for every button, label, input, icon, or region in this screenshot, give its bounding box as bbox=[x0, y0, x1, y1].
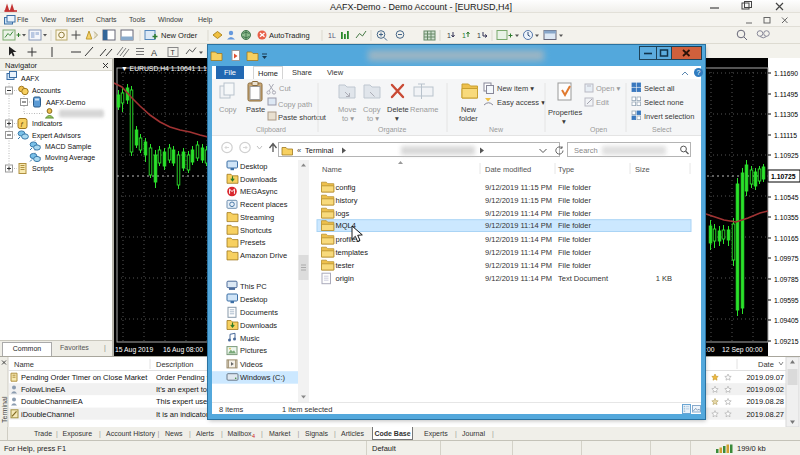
svg-text:2019.09.02: 2019.09.02 bbox=[746, 385, 784, 394]
svg-text:9/12/2019 11:15 PM: 9/12/2019 11:15 PM bbox=[485, 183, 552, 192]
svg-text:Delete: Delete bbox=[387, 105, 409, 114]
svg-text:9/12/2019 11:14 PM: 9/12/2019 11:14 PM bbox=[485, 261, 552, 270]
svg-text:Description: Description bbox=[156, 360, 194, 369]
svg-text:1.10355: 1.10355 bbox=[774, 214, 799, 221]
svg-text:to ▾: to ▾ bbox=[342, 114, 354, 123]
svg-text:Select none: Select none bbox=[644, 98, 684, 107]
svg-text:Clipboard: Clipboard bbox=[256, 126, 286, 134]
svg-text:Downloads: Downloads bbox=[240, 321, 277, 330]
svg-text:File folder: File folder bbox=[558, 261, 591, 270]
svg-text:to ▾: to ▾ bbox=[367, 114, 379, 123]
svg-text:Scripts: Scripts bbox=[32, 165, 54, 173]
svg-text:1.09595: 1.09595 bbox=[774, 297, 799, 304]
svg-text:Open: Open bbox=[590, 126, 607, 134]
svg-text:DoubleChannelEA: DoubleChannelEA bbox=[21, 397, 83, 406]
svg-text:1.10165: 1.10165 bbox=[774, 235, 799, 242]
svg-text:Videos: Videos bbox=[240, 360, 263, 369]
svg-text:Name: Name bbox=[322, 165, 342, 174]
svg-text:16 Aug 08:00: 16 Aug 08:00 bbox=[163, 346, 203, 354]
svg-text:Order Pending f: Order Pending f bbox=[156, 373, 210, 382]
svg-text:tester: tester bbox=[336, 261, 355, 270]
svg-text:AutoTrading: AutoTrading bbox=[269, 31, 310, 40]
svg-text:9/12/2019 11:14 PM: 9/12/2019 11:14 PM bbox=[485, 221, 552, 230]
svg-text:9/12/2019 11:14 PM: 9/12/2019 11:14 PM bbox=[485, 209, 552, 218]
svg-text:1: 1 bbox=[462, 32, 466, 39]
svg-text:Desktop: Desktop bbox=[240, 295, 268, 304]
svg-text:1.11305: 1.11305 bbox=[774, 111, 798, 118]
svg-text:A: A bbox=[151, 48, 157, 58]
svg-text:Shortcuts: Shortcuts bbox=[240, 226, 272, 235]
svg-text:MEGAsync: MEGAsync bbox=[240, 187, 278, 196]
svg-text:Documents: Documents bbox=[240, 308, 278, 317]
svg-text:File folder: File folder bbox=[558, 183, 591, 192]
svg-text:Date: Date bbox=[758, 360, 774, 369]
svg-text:1.11495: 1.11495 bbox=[774, 91, 798, 98]
svg-text:Date modified: Date modified bbox=[485, 165, 531, 174]
svg-text:1.10925: 1.10925 bbox=[774, 152, 799, 159]
svg-text:1.09785: 1.09785 bbox=[774, 276, 799, 283]
svg-text:Size: Size bbox=[635, 165, 650, 174]
svg-text:Pending Order Timer on Close M: Pending Order Timer on Close Market bbox=[21, 373, 148, 382]
svg-text:1: 1 bbox=[477, 32, 481, 39]
svg-text:9/12/2019 11:15 PM: 9/12/2019 11:15 PM bbox=[485, 196, 552, 205]
svg-text:Windows (C:): Windows (C:) bbox=[240, 373, 286, 382]
svg-text:Select all: Select all bbox=[644, 84, 675, 93]
svg-text:origin: origin bbox=[336, 274, 354, 283]
svg-text:New: New bbox=[489, 126, 504, 133]
svg-text:15 Aug 2019: 15 Aug 2019 bbox=[115, 346, 153, 354]
svg-text:Streaming: Streaming bbox=[240, 213, 274, 222]
svg-text:Edit: Edit bbox=[596, 98, 610, 107]
svg-text:▾: ▾ bbox=[562, 117, 566, 126]
svg-text:It is an indicator: It is an indicator bbox=[156, 410, 209, 419]
svg-text:Text Document: Text Document bbox=[558, 274, 609, 283]
svg-text:▾: ▾ bbox=[395, 114, 399, 123]
svg-text:Open ▾: Open ▾ bbox=[596, 84, 620, 93]
svg-text:2019.08.28: 2019.08.28 bbox=[746, 397, 784, 406]
svg-text:1.09215: 1.09215 bbox=[774, 338, 799, 345]
svg-text:Invert selection: Invert selection bbox=[644, 112, 694, 121]
svg-text:1.10725: 1.10725 bbox=[771, 173, 796, 180]
svg-text:1.09975: 1.09975 bbox=[774, 255, 799, 262]
svg-text:Desktop: Desktop bbox=[240, 162, 268, 171]
svg-text:9/12/2019 11:14 PM: 9/12/2019 11:14 PM bbox=[485, 235, 552, 244]
svg-text:Terminal: Terminal bbox=[1, 396, 8, 423]
svg-text:Select: Select bbox=[652, 126, 672, 133]
svg-text:9/12/2019 11:14 PM: 9/12/2019 11:14 PM bbox=[485, 248, 552, 257]
svg-text:Copy: Copy bbox=[363, 105, 381, 114]
svg-text:Type: Type bbox=[558, 165, 574, 174]
svg-text:New item ▾: New item ▾ bbox=[497, 84, 534, 93]
svg-text:Cut: Cut bbox=[279, 84, 292, 93]
svg-text:1L: 1L bbox=[328, 32, 336, 39]
svg-text:Paste: Paste bbox=[246, 105, 265, 114]
svg-text:1 KB: 1 KB bbox=[656, 274, 672, 283]
svg-text:T: T bbox=[171, 49, 176, 56]
svg-text:Organize: Organize bbox=[378, 126, 407, 134]
svg-text:Recent places: Recent places bbox=[240, 200, 288, 209]
svg-text:1.10545: 1.10545 bbox=[774, 194, 799, 201]
svg-text:1.09405: 1.09405 bbox=[774, 317, 799, 324]
svg-text:Downloads: Downloads bbox=[240, 175, 277, 184]
svg-text:Pictures: Pictures bbox=[240, 346, 267, 355]
svg-text:Paste shortcut: Paste shortcut bbox=[278, 113, 327, 122]
svg-text:Easy access ▾: Easy access ▾ bbox=[497, 98, 545, 107]
svg-text:New Order: New Order bbox=[161, 31, 198, 40]
svg-text:Properties: Properties bbox=[548, 108, 582, 117]
svg-text::00: :00 bbox=[705, 346, 715, 353]
svg-text:MACD Sample: MACD Sample bbox=[45, 143, 91, 151]
svg-text:Moving Average: Moving Average bbox=[45, 154, 95, 162]
svg-text:history: history bbox=[336, 196, 358, 205]
svg-text:AAFX: AAFX bbox=[21, 75, 40, 82]
svg-text:Amazon Drive: Amazon Drive bbox=[240, 251, 287, 260]
svg-text:9/12/2019 11:14 PM: 9/12/2019 11:14 PM bbox=[485, 274, 552, 283]
svg-text:Move: Move bbox=[338, 105, 356, 114]
svg-text:config: config bbox=[336, 183, 356, 192]
svg-text:Rename: Rename bbox=[410, 105, 438, 114]
svg-text:File folder: File folder bbox=[558, 209, 591, 218]
svg-text:1: 1 bbox=[447, 32, 451, 39]
svg-text:New: New bbox=[461, 105, 477, 114]
svg-text:AAFX-Demo: AAFX-Demo bbox=[46, 99, 85, 106]
svg-text:Presets: Presets bbox=[240, 238, 266, 247]
svg-text:2019.09.07: 2019.09.07 bbox=[746, 373, 784, 382]
svg-text:File folder: File folder bbox=[558, 235, 591, 244]
svg-text:File folder: File folder bbox=[558, 248, 591, 257]
